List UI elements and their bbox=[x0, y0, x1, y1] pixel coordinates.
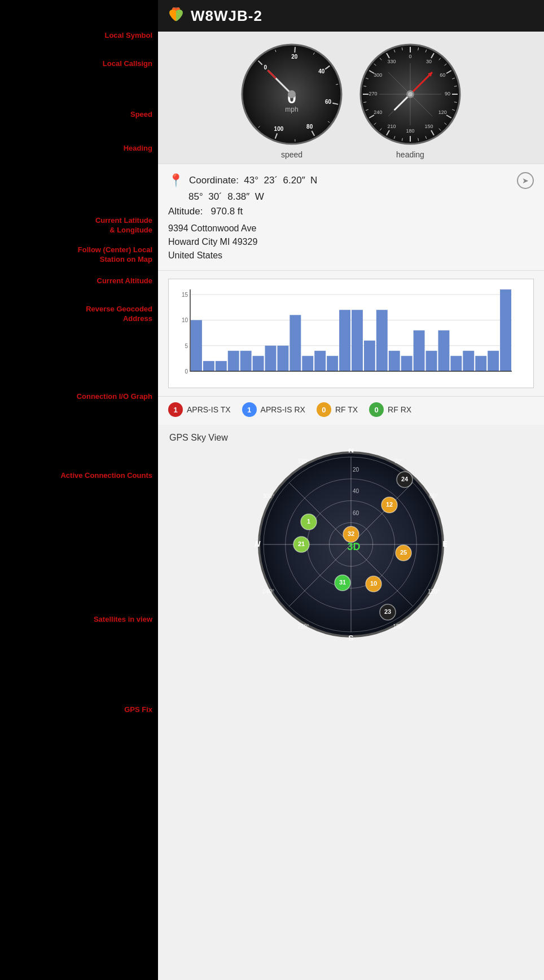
coord-row-lat: 📍 Coordinate: 43° 23´ 6.20″ N ➤ bbox=[168, 172, 534, 189]
heading-gauge-label: heading bbox=[396, 150, 424, 159]
annotation-counts: Active Connection Counts bbox=[60, 471, 158, 481]
annotation-local-callsign: Local Callsign bbox=[103, 59, 158, 69]
heading-gauge bbox=[357, 41, 464, 148]
aprs-rx-label: APRS-IS RX bbox=[261, 405, 305, 414]
rf-tx-badge: 0 bbox=[317, 402, 331, 417]
altitude-row: Altitude: 970.8 ft bbox=[168, 206, 534, 217]
rf-rx-badge: 0 bbox=[369, 402, 384, 417]
aprs-rx-badge: 1 bbox=[242, 402, 257, 417]
graph-container bbox=[168, 279, 534, 388]
address-line3: United States bbox=[168, 249, 534, 262]
aprs-tx-badge: 1 bbox=[168, 402, 183, 417]
io-graph-canvas bbox=[173, 284, 517, 385]
annotation-speed: Speed bbox=[130, 110, 158, 120]
annotation-altitude: Current Altitude bbox=[97, 276, 158, 286]
counts-section: 1 APRS-IS TX 1 APRS-IS RX 0 RF TX 0 RF R… bbox=[158, 396, 544, 425]
annotations-panel: Local Symbol Local Callsign Speed Headin… bbox=[0, 0, 158, 980]
pin-icon: 📍 bbox=[168, 173, 183, 188]
count-aprs-rx: 1 APRS-IS RX bbox=[242, 402, 305, 417]
apple-logo-icon bbox=[167, 7, 185, 25]
altitude-value: 970.8 ft bbox=[211, 206, 243, 217]
coord-lat-text: Coordinate: 43° 23´ 6.20″ N bbox=[189, 175, 511, 186]
count-rf-rx: 0 RF RX bbox=[369, 402, 411, 417]
rf-tx-label: RF TX bbox=[335, 405, 358, 414]
address-line1: 9394 Cottonwood Ave bbox=[168, 222, 534, 235]
speed-gauge-wrapper: speed bbox=[238, 41, 345, 159]
count-rf-tx: 0 RF TX bbox=[317, 402, 358, 417]
annotation-heading: Heading bbox=[124, 144, 158, 153]
coord-lon-text: 85° 30´ 8.38″ W bbox=[188, 191, 534, 203]
heading-gauge-wrapper: heading bbox=[357, 41, 464, 159]
annotation-local-symbol: Local Symbol bbox=[104, 31, 158, 41]
annotation-satellites: Satellites in view bbox=[94, 615, 158, 625]
address-block: 9394 Cottonwood Ave Howard City MI 49329… bbox=[168, 222, 534, 262]
rf-rx-label: RF RX bbox=[388, 405, 411, 414]
callsign-title: W8WJB-2 bbox=[191, 7, 262, 25]
count-aprs-tx: 1 APRS-IS TX bbox=[168, 402, 231, 417]
sky-view-canvas bbox=[255, 449, 447, 640]
coord-section: 📍 Coordinate: 43° 23´ 6.20″ N ➤ 85° 30´ … bbox=[158, 164, 544, 270]
gps-section: GPS Sky View bbox=[158, 425, 544, 652]
annotation-gps-fix: GPS Fix bbox=[124, 705, 158, 715]
sky-view-wrapper bbox=[255, 449, 447, 640]
graph-section bbox=[158, 270, 544, 396]
speed-gauge bbox=[238, 41, 345, 148]
gps-title: GPS Sky View bbox=[158, 433, 228, 443]
annotation-follow: Follow (Center) LocalStation on Map bbox=[78, 245, 158, 265]
content-panel: W8WJB-2 speed heading 📍 Coordinate: 43° … bbox=[158, 0, 544, 980]
navigate-icon[interactable]: ➤ bbox=[517, 172, 534, 189]
annotation-latlon: Current Latitude& Longitude bbox=[95, 216, 158, 235]
speed-gauge-label: speed bbox=[281, 150, 302, 159]
gauges-row: speed heading bbox=[158, 32, 544, 164]
address-line2: Howard City MI 49329 bbox=[168, 235, 534, 249]
annotation-graph: Connection I/O Graph bbox=[77, 392, 158, 402]
annotation-geocode: Reverse GeocodedAddress bbox=[86, 305, 158, 324]
header: W8WJB-2 bbox=[158, 0, 544, 32]
aprs-tx-label: APRS-IS TX bbox=[187, 405, 231, 414]
